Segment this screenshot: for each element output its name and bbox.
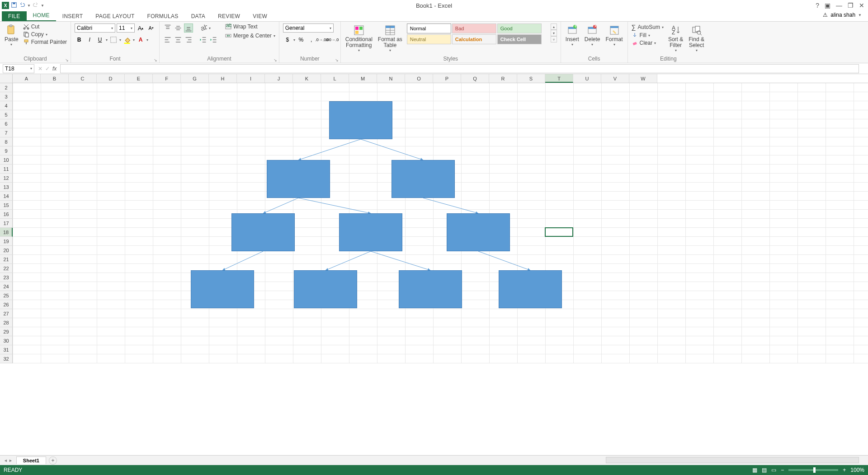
zoom-out-icon[interactable]: − <box>781 467 784 473</box>
row-header[interactable]: 13 <box>0 183 13 192</box>
cut-button[interactable]: Cut <box>23 24 67 30</box>
close-icon[interactable]: ✕ <box>859 2 864 9</box>
sort-filter-button[interactable]: AZSort & Filter▾ <box>667 24 684 54</box>
enter-formula-icon[interactable]: ✓ <box>45 66 50 72</box>
column-header[interactable]: K <box>293 74 321 83</box>
increase-font-icon[interactable]: A▴ <box>136 24 145 33</box>
gallery-scroll[interactable]: ▴▾▿ <box>551 24 557 42</box>
name-box[interactable]: T18▾ <box>3 64 34 73</box>
decrease-decimal-icon[interactable]: .00→.0 <box>328 35 337 44</box>
decrease-font-icon[interactable]: A▾ <box>146 24 156 33</box>
accounting-format-icon[interactable]: $ <box>283 35 292 44</box>
sheet-nav-last-icon[interactable]: ► <box>9 458 13 463</box>
help-icon[interactable]: ? <box>816 2 819 9</box>
percent-format-icon[interactable]: % <box>297 35 306 44</box>
new-sheet-button[interactable]: + <box>49 456 57 465</box>
row-header[interactable]: 12 <box>0 174 13 183</box>
font-dialog-launcher-icon[interactable]: ↘ <box>154 58 157 62</box>
column-header[interactable]: E <box>125 74 153 83</box>
minimize-icon[interactable]: — <box>836 2 842 9</box>
style-normal[interactable]: Normal <box>407 24 451 33</box>
row-header[interactable]: 15 <box>0 201 13 210</box>
delete-cells-button[interactable]: ×Delete▾ <box>584 24 601 48</box>
account-area[interactable]: ⚠ alina shah ▼ <box>823 12 864 18</box>
column-header[interactable]: B <box>41 74 69 83</box>
column-header[interactable]: O <box>405 74 433 83</box>
tab-insert[interactable]: INSERT <box>56 11 90 21</box>
row-header[interactable]: 21 <box>0 255 13 264</box>
align-left-icon[interactable] <box>163 35 172 44</box>
style-bad[interactable]: Bad <box>452 24 496 33</box>
redo-icon[interactable] <box>33 2 39 9</box>
decrease-indent-icon[interactable] <box>198 35 208 44</box>
wrap-text-button[interactable]: abWrap Text <box>225 24 275 30</box>
ribbon-options-icon[interactable]: ▣ <box>825 2 830 9</box>
align-center-icon[interactable] <box>174 35 183 44</box>
view-normal-icon[interactable]: ▦ <box>752 467 757 473</box>
horizontal-scrollbar[interactable] <box>606 457 859 463</box>
row-header[interactable]: 3 <box>0 92 13 101</box>
merge-center-button[interactable]: Merge & Center▾ <box>225 33 275 39</box>
column-header[interactable]: P <box>433 74 461 83</box>
tab-review[interactable]: REVIEW <box>212 11 246 21</box>
font-size-combo[interactable]: 11▾ <box>117 24 135 33</box>
row-header[interactable]: 23 <box>0 273 13 282</box>
column-header[interactable]: I <box>237 74 265 83</box>
fx-icon[interactable]: fx <box>52 66 57 72</box>
formula-input[interactable] <box>60 64 859 73</box>
paste-dropdown-icon[interactable]: ▾ <box>10 43 12 47</box>
row-header[interactable]: 10 <box>0 155 13 165</box>
column-header[interactable]: D <box>97 74 125 83</box>
align-bottom-icon[interactable] <box>184 24 193 33</box>
autosum-button[interactable]: ∑AutoSum▾ <box>632 24 664 31</box>
zoom-level[interactable]: 100% <box>850 467 864 473</box>
sheet-nav-first-icon[interactable]: ◄ <box>4 458 8 463</box>
column-header[interactable]: L <box>321 74 349 83</box>
number-format-combo[interactable]: General▾ <box>283 24 334 33</box>
column-header[interactable]: R <box>489 74 517 83</box>
save-icon[interactable] <box>11 2 17 9</box>
column-header[interactable]: T <box>545 74 573 83</box>
tab-formulas[interactable]: FORMULAS <box>141 11 185 21</box>
undo-dropdown-icon[interactable]: ▼ <box>27 4 31 8</box>
row-header[interactable]: 22 <box>0 264 13 273</box>
cancel-formula-icon[interactable]: ✕ <box>38 66 42 72</box>
alignment-dialog-launcher-icon[interactable]: ↘ <box>274 58 277 62</box>
comma-format-icon[interactable]: , <box>307 35 316 44</box>
select-all-corner[interactable] <box>0 74 13 83</box>
column-header[interactable]: F <box>153 74 181 83</box>
row-header[interactable]: 2 <box>0 83 13 92</box>
fill-color-icon[interactable] <box>123 35 132 44</box>
format-as-table-button[interactable]: Format as Table▾ <box>377 24 403 54</box>
column-header[interactable]: G <box>181 74 209 83</box>
copy-button[interactable]: Copy▾ <box>23 31 67 38</box>
row-header[interactable]: 5 <box>0 110 13 119</box>
column-headers[interactable]: ABCDEFGHIJKLMNOPQRSTUVW <box>13 74 868 83</box>
row-header[interactable]: 9 <box>0 146 13 155</box>
row-header[interactable]: 19 <box>0 237 13 246</box>
row-header[interactable]: 17 <box>0 219 13 228</box>
style-neutral[interactable]: Neutral <box>407 34 451 44</box>
style-good[interactable]: Good <box>497 24 542 33</box>
column-header[interactable]: V <box>601 74 629 83</box>
tab-view[interactable]: VIEW <box>246 11 274 21</box>
user-dropdown-icon[interactable]: ▼ <box>858 13 862 17</box>
view-page-break-icon[interactable]: ▭ <box>771 467 776 473</box>
column-header[interactable]: A <box>13 74 41 83</box>
tab-page-layout[interactable]: PAGE LAYOUT <box>89 11 141 21</box>
tab-file[interactable]: FILE <box>2 11 27 21</box>
column-header[interactable]: N <box>377 74 405 83</box>
column-header[interactable]: C <box>69 74 97 83</box>
paste-button[interactable]: Paste ▾ <box>4 24 19 48</box>
italic-button[interactable]: I <box>85 35 94 44</box>
column-header[interactable]: W <box>629 74 657 83</box>
font-name-combo[interactable]: Calibri▾ <box>75 24 115 33</box>
row-header[interactable]: 7 <box>0 128 13 137</box>
sheet-tab[interactable]: Sheet1 <box>16 456 46 464</box>
row-header[interactable]: 18 <box>0 228 13 237</box>
column-header[interactable]: H <box>209 74 237 83</box>
number-dialog-launcher-icon[interactable]: ↘ <box>335 58 339 62</box>
tab-data[interactable]: DATA <box>185 11 212 21</box>
restore-icon[interactable]: ❐ <box>848 2 854 9</box>
style-check-cell[interactable]: Check Cell <box>497 34 542 44</box>
